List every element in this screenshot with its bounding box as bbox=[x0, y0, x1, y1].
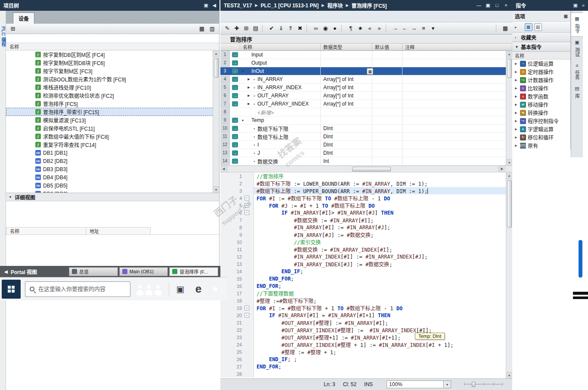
pane-mode-grid-icon[interactable]: ▦ bbox=[525, 23, 532, 31]
code-line[interactable]: 25 − #整理 := #整理 + 1; bbox=[220, 348, 512, 356]
tree-item[interactable]: DB5 [DB5] bbox=[6, 181, 219, 190]
chevron-right-icon[interactable]: ▶ bbox=[514, 95, 518, 98]
taskbar-search[interactable] bbox=[25, 281, 130, 297]
code-text[interactable]: //索引交换 bbox=[254, 238, 512, 246]
tree-item[interactable]: DB1 [DB1] bbox=[6, 149, 219, 157]
variable-name[interactable]: I bbox=[257, 142, 259, 148]
fold-marker-icon[interactable]: − bbox=[244, 210, 249, 215]
code-text[interactable]: //冒泡排序 bbox=[254, 172, 512, 180]
interface-row[interactable]: 9 → ▼ ▪ Temp ▦ bbox=[220, 116, 512, 125]
breadcrumb-item[interactable]: 冒泡排序 [FC5] ▶ bbox=[352, 2, 396, 9]
code-line[interactable]: 23 − #OUT_ARRAY[#整理+1] := #IN_ARRAY[#I+1… bbox=[220, 334, 512, 341]
zoom-slider[interactable] bbox=[464, 381, 503, 388]
interface-row[interactable]: 1 → ▪ Input ▦ bbox=[220, 51, 512, 59]
task-card-tab[interactable]: ≡ 任务 bbox=[571, 60, 583, 83]
variable-datatype[interactable] bbox=[321, 108, 372, 116]
code-line[interactable]: 22 − #OUT_ARRAY_IINDEX[#整理] := #IN_ARRAY… bbox=[220, 326, 512, 334]
code-text[interactable]: #整理 :=#数组下标下限; bbox=[254, 297, 512, 304]
code-text[interactable]: END_FOR; bbox=[254, 283, 512, 289]
instruction-group[interactable]: ▶ ↻ 移位和循环 bbox=[512, 133, 570, 141]
scrollbar-thumb[interactable] bbox=[352, 167, 391, 172]
favorites-section[interactable]: › 收藏夹 bbox=[512, 33, 570, 42]
detail-column-name[interactable]: 名称 bbox=[6, 227, 86, 235]
variable-default[interactable] bbox=[372, 149, 402, 157]
fold-marker-icon[interactable]: − bbox=[244, 203, 249, 208]
tree-item[interactable]: 启保停电机STL [FC11] bbox=[6, 124, 219, 132]
variable-datatype[interactable]: Array[*] of Int bbox=[321, 100, 372, 108]
breadcrumb-item[interactable]: 程序块 ▶ bbox=[327, 2, 351, 9]
code-line[interactable]: 1 − //冒泡排序 bbox=[220, 172, 512, 180]
variable-datatype[interactable] bbox=[321, 67, 372, 75]
code-line[interactable]: 16 − END_FOR; bbox=[220, 282, 512, 290]
variable-datatype[interactable]: Array[*] of Int bbox=[321, 92, 372, 100]
chevron-right-icon[interactable]: ▸ bbox=[515, 25, 517, 29]
tree-item[interactable]: 求数组中最大值的下标 [FC8] bbox=[6, 132, 219, 140]
scroll-down-icon[interactable]: ▼ bbox=[213, 186, 219, 193]
code-text[interactable]: #整理 := #整理 + 1; bbox=[254, 348, 512, 356]
detail-column-address[interactable]: 地址 bbox=[86, 227, 151, 235]
scroll-right-icon[interactable]: ▶ bbox=[498, 166, 505, 172]
code-line[interactable]: 5 − FOR #J := #I + 1 TO #数组下标上限 DO bbox=[220, 202, 512, 209]
code-line[interactable]: 15 − END_FOR; bbox=[220, 275, 512, 282]
variable-default[interactable] bbox=[372, 51, 402, 59]
code-line[interactable]: 10 − //索引交换 bbox=[220, 238, 512, 246]
variable-comment[interactable] bbox=[402, 108, 512, 116]
task-card-tab[interactable]: ▦ 指令 bbox=[571, 12, 583, 37]
interface-row[interactable]: 14 → ▪ 数据交换 Int ▦ bbox=[220, 157, 512, 165]
start-button[interactable] bbox=[2, 280, 21, 299]
scrollbar-thumb[interactable] bbox=[214, 58, 219, 78]
options-header[interactable]: 选项 ▣ bbox=[512, 11, 570, 22]
variable-name[interactable]: IN_ARRAY bbox=[257, 76, 283, 82]
editor-tab[interactable]: 冒泡排序 (F... bbox=[169, 267, 218, 276]
variable-comment[interactable] bbox=[402, 133, 512, 140]
scroll-down-icon[interactable]: ▼ bbox=[506, 159, 512, 165]
variable-name[interactable]: 数组下标下限 bbox=[257, 125, 288, 132]
scroll-down-icon[interactable]: ▼ bbox=[506, 372, 512, 378]
variable-datatype[interactable]: DInt bbox=[321, 133, 372, 140]
instruction-group[interactable]: ▶ & 字逻辑运算 bbox=[512, 125, 570, 133]
variable-name[interactable]: 数据交换 bbox=[257, 158, 278, 165]
variable-datatype[interactable]: DInt bbox=[321, 125, 372, 132]
variable-name[interactable]: OUT_ARRAY bbox=[257, 93, 288, 99]
variable-comment[interactable] bbox=[402, 92, 512, 100]
variable-name[interactable]: 数组下标上限 bbox=[257, 133, 288, 140]
variable-datatype[interactable]: DInt bbox=[321, 149, 372, 157]
code-text[interactable]: #数据交换 := #IN_ARRAY[#I]; bbox=[254, 216, 512, 224]
expand-icon[interactable]: ▶ bbox=[246, 78, 251, 81]
instruction-group[interactable]: ▶ ¬ 位逻辑运算 bbox=[512, 59, 570, 68]
instruction-group[interactable]: ▶ +1 计数器操作 bbox=[512, 76, 570, 84]
fold-marker-icon[interactable]: − bbox=[244, 196, 249, 200]
variable-name[interactable]: Temp bbox=[251, 117, 264, 123]
code-line[interactable]: 20 − IF #IN_ARRAY[#I] = #IN_ARRAY[#I+1] … bbox=[220, 312, 512, 319]
code-text[interactable]: #OUT_ARRAY[#整理+1] := #IN_ARRAY[#I+1]; bbox=[254, 334, 512, 341]
code-text[interactable]: #OUT_ARRAY[#整理] := #IN_ARRAY[#I]; bbox=[254, 319, 512, 326]
search-input[interactable] bbox=[38, 286, 126, 292]
variable-name[interactable]: IN_ARRAY_INDEX bbox=[257, 84, 301, 90]
basic-instructions-section[interactable]: ▼ 基本指令 bbox=[512, 42, 570, 52]
variable-name[interactable]: Input bbox=[251, 52, 263, 58]
variable-comment[interactable] bbox=[402, 100, 512, 108]
tree-item[interactable]: 按字复制M区到DB块 [FC6] bbox=[6, 59, 219, 67]
code-text[interactable]: #IN_ARRAY[#I] := #IN_ARRAY[#J]; bbox=[254, 225, 512, 231]
variable-comment[interactable] bbox=[402, 157, 512, 165]
variable-datatype[interactable]: Array[*] of Int bbox=[321, 84, 372, 91]
tree-item[interactable]: 按字节复制M区 [FC3] bbox=[6, 67, 219, 75]
breadcrumb-item[interactable]: PLC_1 [CPU 1513-1 PN] ▶ bbox=[261, 3, 328, 9]
code-line[interactable]: 11 − #数据交换 := #IN_ARRAY_INDEX[#I]; bbox=[220, 246, 512, 253]
breadcrumb-item[interactable]: TEST2_V17 ▶ bbox=[224, 3, 261, 9]
code-text[interactable]: #IN_ARRAY_INDEX[#J] := #数据交换; bbox=[254, 260, 512, 268]
instruction-group[interactable]: ▶ ↪ 程序控制指令 bbox=[512, 117, 570, 125]
variable-default[interactable] bbox=[372, 84, 402, 91]
chevron-right-icon[interactable]: ▶ bbox=[514, 78, 518, 82]
variable-comment[interactable] bbox=[402, 67, 512, 75]
code-text[interactable]: #IN_ARRAY[#J] := #数据交换; bbox=[254, 231, 512, 238]
tree-item[interactable]: 按字复制DB区到M区 [FC4] bbox=[6, 50, 219, 59]
instruction-group[interactable]: ▶ ⇆ 转换操作 bbox=[512, 109, 570, 117]
variable-name[interactable]: <新增> bbox=[257, 109, 274, 116]
chevron-right-icon[interactable]: ▶ bbox=[514, 144, 518, 147]
options-menu-icon[interactable]: ▣ bbox=[564, 14, 568, 19]
tab-devices[interactable]: 设备 bbox=[13, 12, 34, 24]
people-icon[interactable] bbox=[137, 283, 164, 296]
scroll-up-icon[interactable]: ▲ bbox=[213, 50, 219, 57]
column-default[interactable]: 默认值 bbox=[372, 44, 402, 50]
